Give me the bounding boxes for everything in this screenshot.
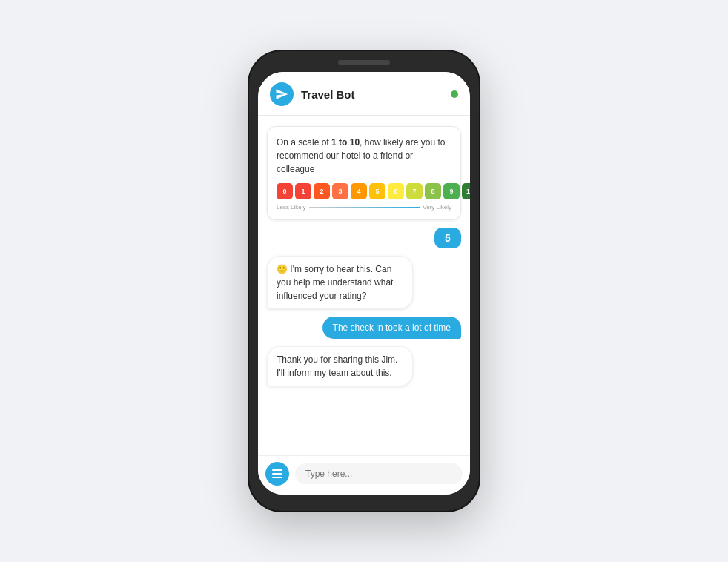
menu-line-3 <box>272 477 282 478</box>
nps-scale[interactable]: 012345678910 <box>277 183 451 199</box>
nps-btn-9[interactable]: 9 <box>443 183 460 199</box>
menu-icon <box>272 469 282 478</box>
bot-message-2: Thank you for sharing this Jim. I'll inf… <box>267 346 413 386</box>
nps-question: On a scale of 1 to 10, how likely are yo… <box>277 136 451 176</box>
nps-widget: On a scale of 1 to 10, how likely are yo… <box>267 126 461 220</box>
nps-question-bold: 1 to 10 <box>331 137 360 148</box>
nps-arrow <box>309 207 420 208</box>
phone-frame: Travel Bot On a scale of 1 to 10, how li… <box>249 51 479 511</box>
bot-message-1: 🙂 I'm sorry to hear this. Can you help m… <box>267 256 413 309</box>
nps-btn-0[interactable]: 0 <box>277 183 293 199</box>
phone-speaker <box>338 60 390 65</box>
nps-btn-10[interactable]: 10 <box>462 183 470 199</box>
telegram-icon <box>275 87 288 101</box>
nps-btn-8[interactable]: 8 <box>425 183 441 199</box>
online-status-dot <box>451 90 458 98</box>
nps-btn-2[interactable]: 2 <box>314 183 330 199</box>
nps-btn-7[interactable]: 7 <box>406 183 423 199</box>
nps-btn-6[interactable]: 6 <box>388 183 404 199</box>
nps-question-pre: On a scale of <box>277 137 331 148</box>
nps-label-left: Less Likely <box>277 204 306 211</box>
phone-screen: Travel Bot On a scale of 1 to 10, how li… <box>258 72 470 495</box>
chat-body: On a scale of 1 to 10, how likely are yo… <box>258 116 470 455</box>
user-message-1: The check in took a lot of time <box>322 317 461 339</box>
bot-name: Travel Bot <box>301 88 451 101</box>
nps-labels: Less Likely Very Likely <box>277 204 451 211</box>
chat-input[interactable] <box>295 463 463 484</box>
user-score-message: 5 <box>434 228 461 248</box>
nps-btn-3[interactable]: 3 <box>332 183 348 199</box>
nps-label-right: Very Likely <box>423 204 451 211</box>
menu-line-2 <box>272 473 282 475</box>
menu-line-1 <box>272 469 282 471</box>
nps-btn-5[interactable]: 5 <box>369 183 385 199</box>
chat-header: Travel Bot <box>258 72 470 116</box>
chat-input-bar <box>258 455 470 495</box>
bot-emoji-1: 🙂 <box>277 264 290 274</box>
nps-btn-1[interactable]: 1 <box>295 183 311 199</box>
bot-text-1: I'm sorry to hear this. Can you help me … <box>277 264 393 301</box>
bot-avatar <box>270 82 294 106</box>
nps-btn-4[interactable]: 4 <box>351 183 367 199</box>
menu-button[interactable] <box>265 462 289 486</box>
